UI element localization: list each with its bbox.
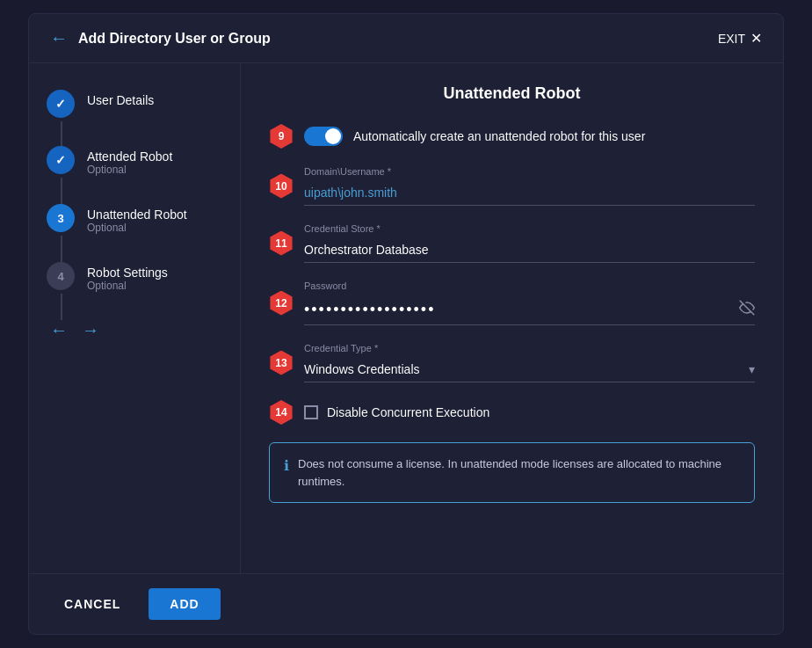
step-name-2: Attended Robot: [87, 149, 172, 164]
checkmark-icon-2: ✓: [55, 153, 66, 167]
toggle-label: Automatically create an unattended robot…: [353, 129, 645, 143]
auto-create-toggle[interactable]: [304, 127, 343, 146]
cancel-button[interactable]: CANCEL: [50, 588, 134, 620]
modal-body: ✓ User Details ✓ Attended Robot Optional: [29, 63, 783, 573]
exit-label: EXIT: [718, 32, 745, 46]
sidebar-item-attended-robot[interactable]: ✓ Attended Robot Optional: [47, 146, 222, 176]
back-arrow-icon[interactable]: ←: [50, 28, 68, 48]
credential-type-dropdown[interactable]: Windows Credentials ▾: [304, 357, 755, 382]
badge-14: 14: [269, 400, 294, 425]
close-icon: ✕: [750, 30, 762, 47]
checkmark-icon: ✓: [55, 97, 66, 111]
nav-back-arrow[interactable]: ←: [50, 320, 68, 340]
password-dots: ••••••••••••••••••: [304, 301, 435, 319]
step-info-3: Unattended Robot Optional: [87, 204, 187, 234]
step-sub-2: Optional: [87, 164, 172, 176]
info-text: Does not consume a license. In unattende…: [298, 455, 740, 490]
info-icon: ℹ: [284, 457, 289, 474]
badge-12: 12: [269, 291, 294, 316]
sidebar: ✓ User Details ✓ Attended Robot Optional: [29, 63, 240, 573]
credential-type-label: Credential Type *: [304, 343, 755, 353]
sidebar-item-robot-settings[interactable]: 4 Robot Settings Optional: [47, 262, 222, 292]
checkbox-label: Disable Concurrent Execution: [327, 405, 489, 419]
form-row-password: 12 Password ••••••••••••••••••: [269, 280, 755, 325]
form-row-checkbox: 14 Disable Concurrent Execution: [269, 400, 755, 425]
credential-type-field: Credential Type * Windows Credentials ▾: [304, 343, 755, 382]
nav-forward-arrow[interactable]: →: [82, 320, 99, 340]
modal-footer: CANCEL ADD: [29, 573, 783, 634]
password-label: Password: [304, 280, 755, 291]
sidebar-item-user-details[interactable]: ✓ User Details: [47, 90, 222, 118]
username-field: Domain\Username *: [304, 166, 755, 206]
step-circle-1: ✓: [47, 90, 75, 118]
sidebar-item-unattended-robot[interactable]: 3 Unattended Robot Optional: [47, 204, 222, 234]
badge-11: 11: [269, 231, 294, 256]
step-info-4: Robot Settings Optional: [87, 262, 168, 292]
step-circle-3: 3: [47, 204, 75, 232]
step-number-3: 3: [57, 212, 63, 225]
dropdown-arrow-icon: ▾: [749, 362, 755, 376]
add-button[interactable]: ADD: [149, 588, 220, 620]
credential-store-value: Orchestrator Database: [304, 237, 755, 263]
step-info-2: Attended Robot Optional: [87, 146, 172, 176]
form-row-credential-type: 13 Credential Type * Windows Credentials…: [269, 343, 755, 382]
section-title: Unattended Robot: [269, 84, 755, 103]
badge-13: 13: [269, 351, 294, 375]
username-label: Domain\Username *: [304, 166, 755, 177]
badge-10: 10: [269, 174, 294, 199]
checkbox-row: Disable Concurrent Execution: [304, 405, 489, 419]
toggle-password-icon[interactable]: [739, 300, 755, 319]
password-field: Password ••••••••••••••••••: [304, 280, 755, 325]
step-circle-4: 4: [47, 262, 75, 290]
info-box: ℹ Does not consume a license. In unatten…: [269, 442, 755, 503]
form-row-credential-store: 11 Credential Store * Orchestrator Datab…: [269, 223, 755, 263]
credential-store-label: Credential Store *: [304, 223, 755, 234]
badge-9: 9: [269, 124, 294, 149]
step-name-1: User Details: [87, 93, 154, 107]
form-row-username: 10 Domain\Username *: [269, 166, 755, 206]
form-row-toggle: 9 Automatically create an unattended rob…: [269, 124, 755, 149]
concurrent-execution-checkbox[interactable]: [304, 405, 318, 419]
step-name-3: Unattended Robot: [87, 208, 187, 222]
step-info-1: User Details: [87, 90, 154, 107]
main-content: Unattended Robot 9 Automatically create …: [240, 63, 783, 573]
step-number-4: 4: [57, 270, 63, 283]
step-name-4: Robot Settings: [87, 266, 168, 280]
nav-arrows: ← →: [47, 320, 222, 340]
modal: ← Add Directory User or Group EXIT ✕ ✓ U…: [28, 13, 784, 635]
step-sub-3: Optional: [87, 222, 187, 234]
step-circle-2: ✓: [47, 146, 75, 174]
password-display: ••••••••••••••••••: [304, 295, 755, 325]
modal-title: Add Directory User or Group: [78, 31, 271, 47]
credential-store-field: Credential Store * Orchestrator Database: [304, 223, 755, 263]
modal-header: ← Add Directory User or Group EXIT ✕: [29, 14, 783, 63]
toggle-row: Automatically create an unattended robot…: [304, 127, 645, 146]
credential-type-value: Windows Credentials: [304, 362, 420, 376]
username-input[interactable]: [304, 180, 755, 206]
exit-button[interactable]: EXIT ✕: [718, 30, 762, 47]
header-left: ← Add Directory User or Group: [50, 28, 271, 48]
step-sub-4: Optional: [87, 280, 168, 292]
